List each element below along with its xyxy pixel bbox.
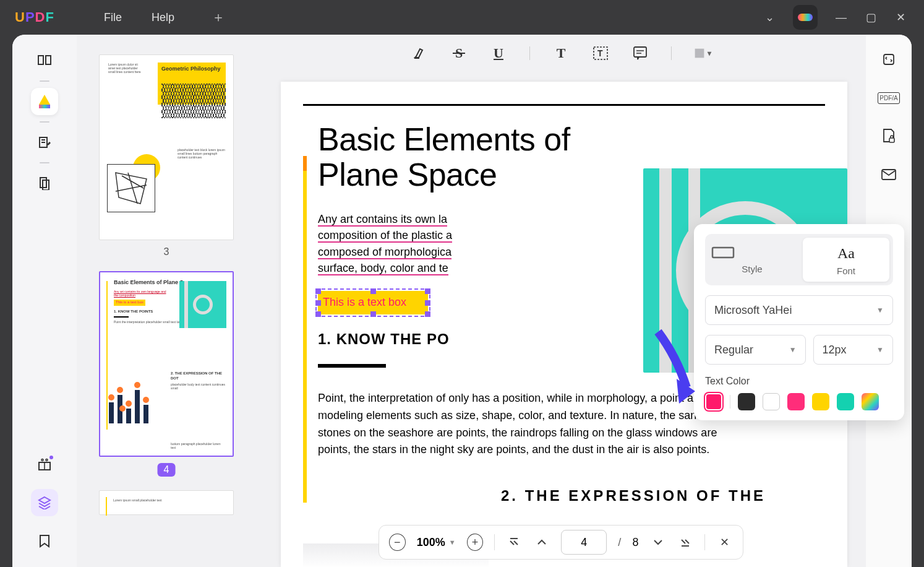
total-pages: 8 bbox=[632, 536, 638, 549]
thumbnail-3[interactable]: Geometric Philosophy Lorem ipsum dolor s… bbox=[99, 54, 234, 240]
text-properties-popup: Style Aa Font Microsoft YaHei▼ Regular▼ … bbox=[694, 224, 904, 420]
next-page-button[interactable] bbox=[649, 534, 666, 551]
color-white[interactable] bbox=[763, 393, 780, 410]
svg-rect-4 bbox=[109, 402, 114, 423]
pdfa-icon[interactable]: PDF/A bbox=[879, 88, 899, 108]
strikethrough-tool[interactable]: S bbox=[450, 45, 468, 62]
annotate-toolbar: S U T T ▾ bbox=[256, 35, 866, 72]
main-frame: PDF/A Geometric Philosophy Lorem ipsum d… bbox=[12, 35, 912, 567]
color-pink[interactable] bbox=[787, 393, 805, 410]
prev-page-button[interactable] bbox=[534, 534, 550, 551]
dropdown-icon[interactable]: ⌄ bbox=[763, 11, 776, 24]
zoom-level[interactable]: 100%▼ bbox=[417, 536, 456, 549]
svg-text:T: T bbox=[597, 48, 603, 58]
intro-paragraph: Any art contains its own la composition … bbox=[318, 211, 584, 275]
highlighter-tool[interactable] bbox=[411, 45, 428, 62]
shape-tool[interactable]: ▾ bbox=[694, 45, 711, 62]
zoom-in-button[interactable]: + bbox=[467, 534, 484, 551]
svg-rect-18 bbox=[634, 47, 646, 57]
title-bar: UPDF File Help ＋ ⌄ — ▢ ✕ bbox=[0, 0, 924, 35]
font-family-select[interactable]: Microsoft YaHei▼ bbox=[705, 295, 893, 325]
thumb-4-number: 4 bbox=[158, 463, 176, 477]
subheading-2: 2. THE EXPRESSION OF THE bbox=[501, 487, 825, 504]
close-nav-button[interactable]: ✕ bbox=[716, 534, 733, 551]
page-sep: / bbox=[618, 536, 621, 549]
svg-point-9 bbox=[108, 394, 114, 400]
content-area: S U T T ▾ Basic Elements ofPlane Space A… bbox=[256, 35, 866, 567]
zoom-out-button[interactable]: − bbox=[389, 534, 406, 551]
text-color-label: Text Color bbox=[705, 376, 893, 387]
svg-point-11 bbox=[126, 400, 132, 407]
text-tool[interactable]: T bbox=[552, 45, 570, 62]
divider bbox=[318, 364, 386, 368]
color-teal[interactable] bbox=[837, 393, 854, 410]
current-page-input[interactable]: 4 bbox=[561, 530, 607, 555]
bookmark-icon[interactable] bbox=[31, 527, 58, 555]
left-rail bbox=[12, 35, 77, 567]
color-yellow[interactable] bbox=[812, 393, 829, 410]
minimize-button[interactable]: — bbox=[835, 11, 847, 24]
thumbnails-panel: Geometric Philosophy Lorem ipsum dolor s… bbox=[77, 35, 256, 567]
new-tab-button[interactable]: ＋ bbox=[212, 8, 225, 27]
svg-rect-19 bbox=[695, 49, 704, 58]
svg-point-14 bbox=[119, 405, 126, 412]
color-magenta[interactable] bbox=[705, 393, 722, 410]
pages-tool[interactable] bbox=[31, 170, 58, 197]
layers-icon[interactable] bbox=[31, 489, 58, 516]
svg-rect-20 bbox=[712, 248, 734, 258]
edit-tool[interactable] bbox=[31, 129, 58, 156]
underline-tool[interactable]: U bbox=[490, 45, 507, 62]
maximize-button[interactable]: ▢ bbox=[865, 11, 877, 24]
mail-icon[interactable] bbox=[879, 165, 899, 184]
page-nav-bar: − 100%▼ + 4 / 8 ✕ bbox=[379, 525, 743, 560]
svg-rect-8 bbox=[143, 405, 148, 423]
theme-button[interactable] bbox=[793, 5, 818, 30]
app-logo: UPDF bbox=[15, 9, 54, 25]
tab-font[interactable]: Aa Font bbox=[803, 238, 889, 282]
reader-tool[interactable] bbox=[31, 47, 58, 74]
svg-rect-2 bbox=[889, 138, 894, 142]
svg-rect-7 bbox=[135, 390, 140, 423]
annotate-tool[interactable] bbox=[31, 88, 58, 115]
style-icon bbox=[711, 245, 793, 260]
menu-file[interactable]: File bbox=[104, 11, 122, 24]
svg-point-12 bbox=[134, 382, 140, 388]
close-button[interactable]: ✕ bbox=[894, 11, 907, 24]
lock-file-icon[interactable] bbox=[879, 126, 899, 146]
textbox-tool[interactable]: T bbox=[592, 45, 609, 62]
font-weight-select[interactable]: Regular▼ bbox=[705, 335, 806, 365]
gift-icon[interactable] bbox=[31, 451, 58, 478]
body-paragraph: Point, the interpretation of only has a … bbox=[318, 390, 751, 459]
font-size-select[interactable]: 12px▼ bbox=[813, 335, 893, 365]
svg-rect-1 bbox=[884, 54, 894, 64]
color-rainbow[interactable] bbox=[862, 393, 879, 410]
svg-rect-15 bbox=[414, 58, 419, 59]
thumb-3-number: 3 bbox=[99, 246, 234, 258]
thumbnail-4[interactable]: Basic Elements of Plane Space Any art co… bbox=[99, 271, 234, 457]
svg-point-10 bbox=[117, 387, 123, 393]
first-page-button[interactable] bbox=[506, 534, 523, 551]
tab-style[interactable]: Style bbox=[709, 238, 795, 282]
font-icon: Aa bbox=[805, 245, 887, 262]
svg-rect-6 bbox=[126, 409, 131, 423]
rotate-icon[interactable] bbox=[879, 50, 899, 69]
last-page-button[interactable] bbox=[677, 534, 694, 551]
menu-help[interactable]: Help bbox=[152, 11, 174, 24]
note-tool[interactable] bbox=[631, 45, 649, 62]
svg-point-13 bbox=[143, 397, 149, 403]
color-dark[interactable] bbox=[738, 393, 755, 410]
text-box-selected[interactable]: This is a text box bbox=[318, 291, 428, 314]
thumbnail-5[interactable]: Lorem ipsum small placeholder text bbox=[99, 490, 234, 515]
color-swatches bbox=[705, 393, 893, 410]
